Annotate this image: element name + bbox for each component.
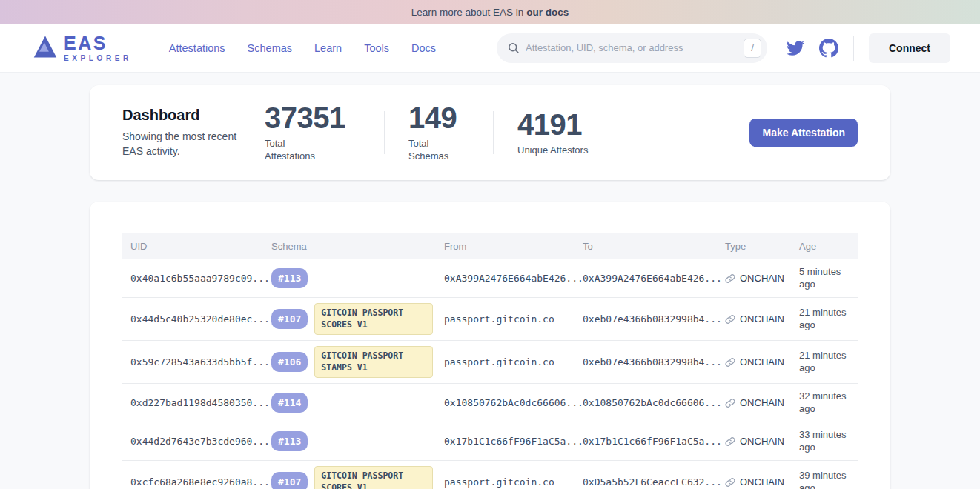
column-header-from: From [444,241,583,252]
column-header-age: Age [799,241,858,252]
from-address-link[interactable]: 0x17b1C1c66fF96F1aC5a... [444,436,583,447]
type-label: ONCHAIN [740,436,784,447]
from-address-link[interactable]: passport.gitcoin.co [444,313,583,325]
nav-link[interactable]: Learn [314,42,342,54]
to-address-link[interactable]: 0xD5a5b52F6CeaccEC632... [583,476,725,488]
stat-value: 37351 [265,102,360,133]
type-label: ONCHAIN [740,397,784,408]
schema-id-badge[interactable]: #106 [271,352,308,372]
header-divider [853,36,854,61]
type-cell: ONCHAIN [725,313,799,325]
connect-wallet-button[interactable]: Connect [869,33,950,63]
from-address-link[interactable]: 0xA399A2476E664abE426... [444,273,583,284]
search-input[interactable] [526,42,738,53]
link-icon [725,273,735,284]
twitter-icon[interactable] [787,39,804,57]
make-attestation-button[interactable]: Make Attestation [749,119,858,147]
schema-cell: #113 [271,268,444,288]
type-cell: ONCHAIN [725,436,799,447]
table-header-row: UID Schema From To Type Age [122,233,858,259]
schema-cell: #114 [271,393,444,413]
page-title: Dashboard [122,107,265,124]
from-address-link[interactable]: passport.gitcoin.co [444,356,583,367]
stat-divider [384,111,385,154]
column-header-type: Type [725,241,799,252]
main-content: Dashboard Showing the most recent EAS ac… [0,73,980,489]
nav-link[interactable]: Tools [364,42,389,54]
age-cell: 32 minutes ago [799,390,858,416]
attestations-table-card: UID Schema From To Type Age 0x40a1c6b55a… [90,202,890,489]
schema-name-tag[interactable]: GITCOIN PASSPORT SCORES V1 [314,303,433,335]
schema-cell: #107 GITCOIN PASSPORT SCORES V1 [271,303,444,335]
search-bar[interactable]: / [497,33,767,63]
stat-total-attestations: 37351 Total Attestations [265,102,360,163]
attestation-uid-link[interactable]: 0x59c728543a633d5bb5f... [122,356,271,367]
stat-label: Total Attestations [265,138,324,163]
schema-name-tag[interactable]: GITCOIN PASSPORT SCORES V1 [314,466,433,489]
schema-name-tag[interactable]: GITCOIN PASSPORT STAMPS V1 [314,346,433,378]
main-nav: Attestations Schemas Learn Tools Docs [169,42,436,54]
age-cell: 5 minutes ago [799,266,858,291]
nav-link[interactable]: Schemas [248,42,292,54]
attestation-row[interactable]: 0xcfc68a268e8ec9260a8... #107 GITCOIN PA… [122,461,858,489]
to-address-link[interactable]: 0x17b1C1c66fF96F1aC5a... [583,436,725,447]
type-label: ONCHAIN [740,273,784,284]
type-cell: ONCHAIN [725,273,799,284]
stat-value: 4191 [517,109,588,140]
attestation-row[interactable]: 0xd227bad1198d4580350... #114 0x10850762… [122,384,858,422]
to-address-link[interactable]: 0x10850762bAc0dc66606... [583,397,725,408]
age-cell: 21 minutes ago [799,350,858,375]
dashboard-intro: Dashboard Showing the most recent EAS ac… [122,107,265,159]
age-cell: 21 minutes ago [799,307,858,332]
from-address-link[interactable]: passport.gitcoin.co [444,476,583,488]
type-cell: ONCHAIN [725,397,799,408]
stat-label: Total Schemas [408,138,468,163]
attestation-uid-link[interactable]: 0xcfc68a268e8ec9260a8... [122,476,271,488]
stat-divider [493,111,494,154]
stat-total-schemas: 149 Total Schemas [408,102,469,163]
schema-cell: #106 GITCOIN PASSPORT STAMPS V1 [271,346,444,378]
schema-id-badge[interactable]: #113 [271,268,308,288]
attestation-uid-link[interactable]: 0x44d5c40b25320de80ec... [122,313,271,325]
to-address-link[interactable]: 0xA399A2476E664abE426... [583,273,725,284]
attestation-uid-link[interactable]: 0xd227bad1198d4580350... [122,397,271,408]
schema-id-badge[interactable]: #107 [271,472,308,489]
banner-text: Learn more about EAS in [411,7,524,18]
link-icon [725,357,735,367]
eas-logo[interactable]: EAS EXPLORER [33,34,132,62]
docs-banner[interactable]: Learn more about EAS in our docs [0,0,980,24]
stat-label: Unique Attestors [517,144,588,157]
schema-id-badge[interactable]: #114 [271,393,308,413]
to-address-link[interactable]: 0xeb07e4366b0832998b4... [583,313,725,325]
eas-triangle-icon [33,35,58,61]
attestation-row[interactable]: 0x59c728543a633d5bb5f... #106 GITCOIN PA… [122,341,858,384]
table-body: 0x40a1c6b55aaa9789c09... #113 0xA399A247… [122,259,858,489]
attestation-row[interactable]: 0x40a1c6b55aaa9789c09... #113 0xA399A247… [122,259,858,298]
social-links [787,39,838,58]
search-shortcut-key: / [744,39,761,58]
search-icon [507,41,520,54]
type-label: ONCHAIN [740,313,784,325]
column-header-schema: Schema [271,241,444,252]
link-icon [725,314,735,325]
github-icon[interactable] [819,39,838,58]
schema-id-badge[interactable]: #107 [271,309,308,329]
page-subtitle: Showing the most recent EAS activity. [122,130,259,159]
logo-subtitle: EXPLORER [64,55,132,62]
header: EAS EXPLORER Attestations Schemas Learn … [0,24,980,73]
from-address-link[interactable]: 0x10850762bAc0dc66606... [444,397,583,408]
attestation-uid-link[interactable]: 0x44d2d7643e7b3cde960... [122,436,271,447]
age-cell: 39 minutes ago [799,470,858,489]
nav-link[interactable]: Docs [411,42,436,54]
schema-id-badge[interactable]: #113 [271,431,308,451]
link-icon [725,436,735,447]
type-label: ONCHAIN [740,476,784,488]
attestation-row[interactable]: 0x44d2d7643e7b3cde960... #113 0x17b1C1c6… [122,422,858,461]
dashboard-card: Dashboard Showing the most recent EAS ac… [90,85,890,180]
type-cell: ONCHAIN [725,476,799,488]
banner-docs-link[interactable]: our docs [526,7,569,18]
nav-link[interactable]: Attestations [169,42,225,54]
to-address-link[interactable]: 0xeb07e4366b0832998b4... [583,356,725,367]
attestation-row[interactable]: 0x44d5c40b25320de80ec... #107 GITCOIN PA… [122,298,858,341]
attestation-uid-link[interactable]: 0x40a1c6b55aaa9789c09... [122,273,271,284]
